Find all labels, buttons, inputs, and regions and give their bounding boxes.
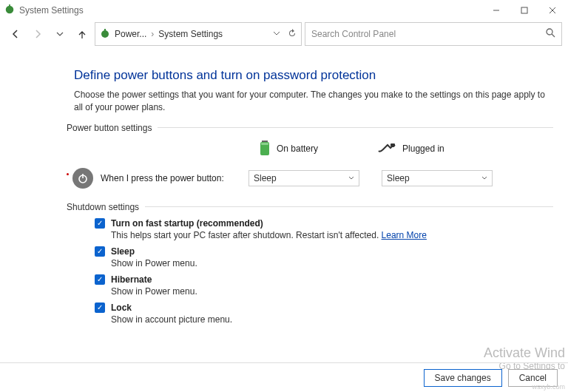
svg-rect-7 [104,29,106,32]
svg-rect-12 [261,143,268,145]
chevron-down-icon [481,173,487,183]
svg-rect-1 [9,4,10,7]
plug-icon [377,142,396,156]
breadcrumb-icon [100,28,110,41]
fast-startup-title: Turn on fast startup (recommended) [111,218,263,229]
forward-button[interactable] [28,24,47,44]
svg-rect-10 [262,141,268,142]
address-bar[interactable]: Power... › System Settings [95,22,302,46]
lock-sub: Show in account picture menu. [111,314,553,325]
sleep-sub: Show in Power menu. [111,258,553,268]
maximize-button[interactable] [510,0,538,21]
back-button[interactable] [6,24,25,44]
recent-dropdown[interactable] [50,24,70,44]
column-on-battery: On battery [277,143,318,154]
address-dropdown-icon[interactable] [273,29,280,40]
search-placeholder: Search Control Panel [311,29,546,39]
checkbox-sleep[interactable]: ✓ [95,246,105,257]
app-icon [4,4,15,17]
page-title: Define power buttons and turn on passwor… [74,68,553,83]
sleep-title: Sleep [111,246,135,257]
select-on-battery-value: Sleep [254,173,277,183]
select-on-battery[interactable]: Sleep [248,170,359,186]
page-description: Choose the power settings that you want … [74,89,553,114]
section-power-button: Power button settings [67,123,553,133]
svg-rect-3 [521,7,527,13]
select-plugged-in[interactable]: Sleep [382,170,493,186]
lock-title: Lock [111,303,132,313]
window-title: System Settings [19,5,84,16]
svg-point-8 [547,29,552,35]
power-button-label: When I press the power button: [101,173,241,183]
up-button[interactable] [72,24,92,44]
chevron-down-icon [348,173,354,183]
search-input[interactable]: Search Control Panel [305,22,562,46]
fast-startup-sub: This helps start your PC faster after sh… [111,230,379,240]
breadcrumb-2[interactable]: System Settings [158,29,223,39]
select-plugged-in-value: Sleep [387,173,410,183]
save-button[interactable]: Save changes [424,369,502,387]
learn-more-link[interactable]: Learn More [382,230,427,240]
checkbox-hibernate[interactable]: ✓ [95,274,105,285]
column-plugged-in: Plugged in [402,143,444,154]
marker-dot [67,173,69,175]
svg-line-9 [552,34,555,37]
close-button[interactable] [538,0,567,21]
hibernate-sub: Show in Power menu. [111,286,553,297]
checkbox-fast-startup[interactable]: ✓ [95,218,105,229]
hibernate-title: Hibernate [111,274,152,285]
minimize-button[interactable] [482,0,510,21]
refresh-icon[interactable] [288,29,297,40]
checkbox-lock[interactable]: ✓ [95,303,105,313]
power-button-icon [72,168,93,189]
breadcrumb-separator: › [151,29,154,39]
section-shutdown: Shutdown settings [67,202,553,212]
search-icon[interactable] [546,28,555,40]
breadcrumb-1[interactable]: Power... [115,29,146,39]
svg-rect-13 [390,143,395,146]
corner-watermark: wsxyb.com [532,383,565,391]
battery-icon [259,139,271,159]
